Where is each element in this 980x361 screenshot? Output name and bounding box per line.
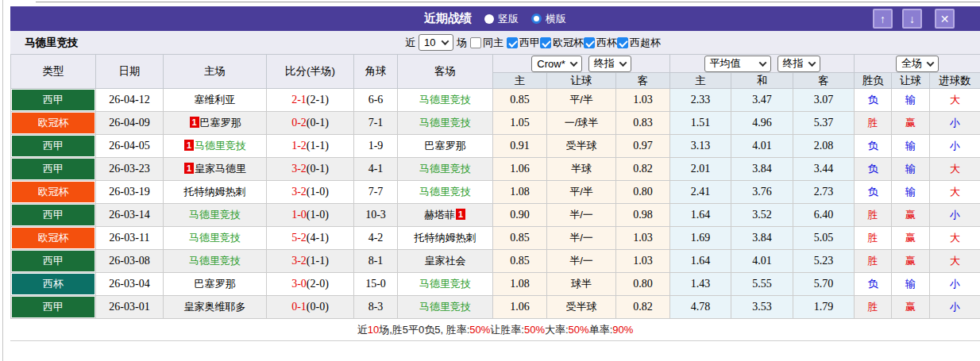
rank-badge: 1	[190, 117, 199, 128]
league-type-cell: 西甲	[11, 296, 96, 319]
score-cell: 3-2(1-0)	[267, 181, 354, 204]
crow-handicap: 半/一	[547, 204, 616, 227]
odds-stage-select[interactable]: 终指	[588, 56, 631, 72]
crow-home-odds: 0.90	[493, 204, 547, 227]
crow-handicap: 半球	[547, 158, 616, 181]
score-cell: 0-1(0-0)	[267, 296, 354, 319]
league-checkbox[interactable]	[617, 37, 628, 48]
corner-cell: 7-7	[354, 181, 398, 204]
results-table: 类型 日期 主场 比分(半场) 角球 客场 Crow* 终指 平均值 终指	[10, 54, 980, 319]
rank-badge: 1	[456, 209, 465, 220]
close-button[interactable]	[935, 9, 955, 29]
home-team: 马德里竞技	[164, 204, 267, 227]
corner-cell: 6-6	[354, 89, 398, 112]
avg-home-odds: 2.33	[670, 89, 731, 112]
summary-footer: 近10场,胜5平0负5, 胜率:50% 让胜率:50% 大率:50% 单率:90…	[10, 319, 980, 341]
avg-away-odds: 5.70	[793, 273, 855, 296]
score-cell: 3-0(2-0)	[267, 273, 354, 296]
away-team: 皇家社会	[398, 250, 493, 273]
corner-cell: 4-2	[354, 227, 398, 250]
match-row: 西甲26-03-08马德里竞技3-2(1-1)8-1皇家社会0.85半/一1.0…	[11, 250, 980, 273]
same-host-checkbox[interactable]	[470, 37, 481, 48]
league-type-cell: 西甲	[11, 89, 96, 112]
away-team: 马德里竞技	[398, 89, 493, 112]
avg-draw-odds: 3.84	[731, 227, 793, 250]
match-row: 西甲26-04-051马德里竞技1-2(1-1)1-9巴塞罗那0.91受半球0.…	[11, 135, 980, 158]
away-team: 赫塔菲1	[398, 204, 493, 227]
league-type-badge: 西甲	[12, 205, 95, 225]
league-type-badge: 西甲	[12, 297, 95, 317]
chevron-down-icon	[619, 59, 627, 67]
avg-away-odds: 5.05	[793, 227, 855, 250]
summary-segment: 近	[357, 323, 368, 337]
col-header-away: 客场	[398, 55, 493, 89]
crow-home-odds: 1.08	[493, 273, 547, 296]
corner-cell: 8-1	[354, 250, 398, 273]
summary-segment: 让胜率:	[490, 323, 524, 337]
europe-company-select[interactable]: 平均值	[704, 56, 771, 72]
league-type-cell: 西甲	[11, 135, 96, 158]
crow-handicap: 球半	[547, 273, 616, 296]
scope-select[interactable]: 全场	[896, 56, 939, 72]
crow-home-odds: 1.05	[493, 112, 547, 135]
avg-draw-odds: 3.76	[731, 181, 793, 204]
score-cell: 1-2(1-1)	[267, 135, 354, 158]
avg-away-odds: 3.44	[793, 158, 855, 181]
league-type-badge: 欧冠杯	[12, 228, 95, 248]
title-group: 近期战绩 竖版 横版	[424, 11, 566, 26]
same-host-checkbox-label[interactable]: 同主	[470, 36, 504, 50]
league-checkbox[interactable]	[507, 37, 518, 48]
move-up-button[interactable]	[873, 9, 893, 29]
winloss-result: 胜	[855, 204, 892, 227]
move-down-button[interactable]	[902, 9, 922, 29]
match-count-value: 10	[424, 36, 435, 48]
panel-title: 近期战绩	[424, 11, 472, 26]
away-team: 马德里竞技	[398, 273, 493, 296]
league-type-cell: 欧冠杯	[11, 227, 96, 250]
match-row: 欧冠杯26-03-19托特纳姆热刺3-2(1-0)7-7马德里竞技1.08平/半…	[11, 181, 980, 204]
radio-horizontal-layout[interactable]: 横版	[531, 12, 566, 26]
crow-home-odds: 0.85	[493, 250, 547, 273]
rank-badge: 1	[184, 163, 194, 174]
league-type-cell: 西杯	[11, 273, 96, 296]
col-header-score: 比分(半场)	[267, 55, 354, 89]
league-checkbox-label[interactable]: 西甲	[507, 36, 540, 50]
league-label: 西杯	[596, 36, 617, 50]
avg-away-odds: 5.23	[793, 250, 855, 273]
scope-value: 全场	[901, 56, 922, 71]
radio-vertical-layout[interactable]: 竖版	[484, 12, 519, 26]
crow-away-odds: 0.80	[616, 273, 670, 296]
handicap-result: 赢	[892, 227, 930, 250]
goals-result: 大	[930, 227, 980, 250]
odds-company-select[interactable]: Crow*	[531, 56, 581, 72]
col-header-goals: 进球数	[930, 73, 980, 89]
league-type-badge: 西甲	[12, 136, 95, 156]
avg-away-odds: 1.79	[793, 296, 855, 319]
goals-result: 大	[930, 250, 980, 273]
home-team: 塞维利亚	[164, 89, 267, 112]
avg-home-odds: 3.13	[670, 135, 731, 158]
match-row: 西甲26-03-231皇家马德里3-2(0-1)4-1马德里竞技1.06半球0.…	[11, 158, 980, 181]
summary-segment: 大率:	[545, 323, 569, 337]
away-team: 马德里竞技	[398, 181, 493, 204]
score-cell: 3-2(0-1)	[267, 158, 354, 181]
league-checkbox[interactable]	[540, 37, 551, 48]
winloss-result: 胜	[855, 112, 892, 135]
match-count-select[interactable]: 10	[419, 34, 453, 51]
winloss-result: 负	[855, 181, 892, 204]
league-checkbox[interactable]	[584, 37, 595, 48]
league-checkbox-label[interactable]: 西超杯	[617, 36, 661, 50]
score-cell: 0-2(0-1)	[267, 112, 354, 135]
handicap-result: 输	[892, 135, 930, 158]
radio-horizontal-icon-selected[interactable]	[531, 13, 542, 24]
radio-vertical-icon[interactable]	[484, 14, 494, 24]
handicap-result: 输	[892, 158, 930, 181]
winloss-result: 负	[855, 158, 892, 181]
league-type-cell: 西甲	[11, 158, 96, 181]
league-checkbox-label[interactable]: 西杯	[584, 36, 617, 50]
europe-stage-select[interactable]: 终指	[777, 56, 820, 72]
league-checkbox-label[interactable]: 欧冠杯	[540, 36, 584, 50]
window-buttons	[873, 9, 955, 29]
handicap-result: 赢	[892, 296, 930, 319]
goals-result: 大	[930, 89, 980, 112]
